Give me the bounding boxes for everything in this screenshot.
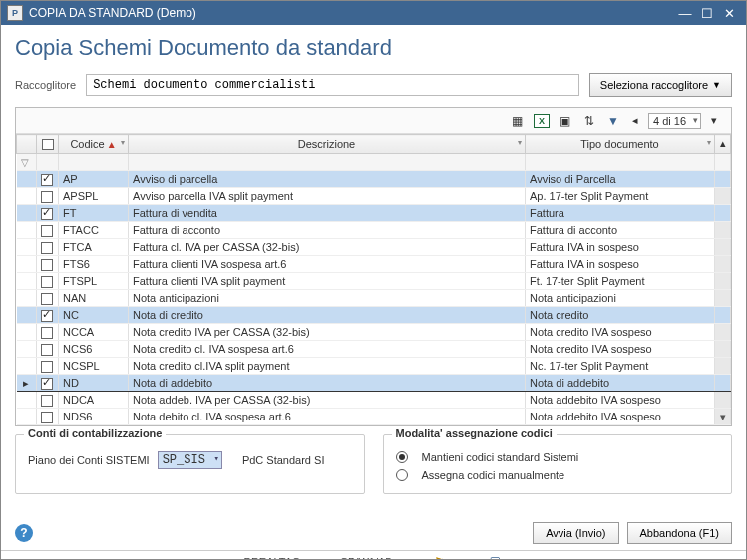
grid-columns-icon[interactable]: ▦ <box>509 112 527 130</box>
table-row[interactable]: FTFattura di venditaFattura <box>17 205 731 222</box>
status-flag-icon[interactable]: ⚑ <box>431 554 447 560</box>
cell-descrizione: Fattura di vendita <box>129 205 526 222</box>
cell-descrizione: Fattura clienti IVA split payment <box>129 273 526 290</box>
row-indicator <box>17 188 37 205</box>
header-selector[interactable] <box>17 135 37 154</box>
chevron-down-icon[interactable]: ▾ <box>707 139 711 147</box>
row-checkbox-cell[interactable] <box>37 324 59 341</box>
row-checkbox-cell[interactable] <box>37 290 59 307</box>
app-icon: P <box>7 5 23 21</box>
chevron-down-icon[interactable]: ▾ <box>121 139 125 147</box>
table-row[interactable]: FTS6Fattura clienti IVA sospesa art.6Fat… <box>17 256 731 273</box>
cell-tipo: Nota credito IVA sospeso <box>526 341 715 358</box>
select-all-checkbox[interactable] <box>42 139 54 150</box>
header-tipo[interactable]: Tipo documento▾ <box>526 135 715 154</box>
row-checkbox-cell[interactable] <box>37 358 59 375</box>
pager-prev-icon[interactable]: ◂ <box>628 114 642 127</box>
row-indicator <box>17 239 37 256</box>
table-row[interactable]: NCSPLNota credito cl.IVA split paymentNc… <box>17 358 731 375</box>
row-checkbox-cell[interactable] <box>37 205 59 222</box>
row-checkbox[interactable] <box>41 208 53 220</box>
row-indicator <box>17 171 37 188</box>
raccoglitore-input[interactable] <box>86 74 579 96</box>
export-excel-icon[interactable]: X <box>533 112 551 130</box>
header-checkbox[interactable] <box>37 135 59 154</box>
radio-mantieni[interactable]: Mantieni codici standard Sistemi <box>396 451 720 463</box>
row-checkbox-cell[interactable] <box>37 222 59 239</box>
row-checkbox-cell[interactable] <box>37 375 59 392</box>
radio-icon <box>396 451 408 463</box>
row-checkbox-cell[interactable] <box>37 239 59 256</box>
select-raccoglitore-button[interactable]: Seleziona raccoglitore ▼ <box>589 73 732 97</box>
cell-codice: NCS6 <box>59 341 129 358</box>
scroll-down-icon[interactable]: ▾ <box>715 409 731 425</box>
chevron-down-icon[interactable]: ▾ <box>518 139 522 147</box>
pager-display[interactable]: 4 di 16 <box>648 113 701 129</box>
status-monitor-icon[interactable]: 🖵 <box>487 554 503 560</box>
row-checkbox-cell[interactable] <box>37 392 59 409</box>
row-checkbox[interactable] <box>41 174 53 186</box>
table-row[interactable]: FTCAFattura cl. IVA per CASSA (32-bis)Fa… <box>17 239 731 256</box>
grid-layout-icon[interactable]: ▣ <box>557 112 574 130</box>
filter-funnel-icon[interactable]: ▽ <box>17 154 37 171</box>
table-row[interactable]: FTSPLFattura clienti IVA split paymentFt… <box>17 273 731 290</box>
row-checkbox[interactable] <box>41 412 53 423</box>
row-indicator <box>17 307 37 324</box>
row-checkbox-cell[interactable] <box>37 171 59 188</box>
row-checkbox-cell[interactable] <box>37 409 59 425</box>
minimize-button[interactable]: — <box>674 4 696 22</box>
cell-descrizione: Nota debito cl. IVA sospesa art.6 <box>129 409 526 425</box>
row-indicator <box>17 409 37 425</box>
table-row[interactable]: NCNota di creditoNota credito <box>17 307 731 324</box>
scroll-up-icon[interactable]: ▴ <box>715 135 731 154</box>
table-row[interactable]: ▸NDNota di addebitoNota di addebito <box>17 375 731 392</box>
row-checkbox-cell[interactable] <box>37 188 59 205</box>
header-codice[interactable]: Codice▲▾ <box>59 135 129 154</box>
close-button[interactable]: ✕ <box>718 4 740 22</box>
pager-next-icon[interactable]: ▾ <box>707 114 721 127</box>
row-checkbox[interactable] <box>41 310 53 322</box>
row-checkbox-cell[interactable] <box>37 256 59 273</box>
table-row[interactable]: NDS6Nota debito cl. IVA sospesa art.6Not… <box>17 409 731 425</box>
row-checkbox[interactable] <box>41 344 53 356</box>
table-row[interactable]: NANNota anticipazioniNota anticipazioni <box>17 290 731 307</box>
row-indicator <box>17 358 37 375</box>
avvia-button[interactable]: Avvia (Invio) <box>533 522 618 544</box>
row-checkbox[interactable] <box>41 378 53 390</box>
row-checkbox[interactable] <box>41 327 53 339</box>
table-row[interactable]: APSPLAvviso parcella IVA split paymentAp… <box>17 188 731 205</box>
row-checkbox[interactable] <box>41 361 53 373</box>
cell-codice: NCCA <box>59 324 129 341</box>
table-row[interactable]: FTACCFattura di accontoFattura di accont… <box>17 222 731 239</box>
header-descrizione[interactable]: Descrizione▾ <box>129 135 526 154</box>
table-row[interactable]: NCS6Nota credito cl. IVA sospesa art.6No… <box>17 341 731 358</box>
row-checkbox[interactable] <box>41 242 53 254</box>
conti-legend: Conti di contabilizzazione <box>24 427 166 439</box>
table-row[interactable]: NCCANota credito IVA per CASSA (32-bis)N… <box>17 324 731 341</box>
row-checkbox[interactable] <box>41 259 53 271</box>
grid-sort-icon[interactable]: ⇅ <box>580 112 598 130</box>
row-checkbox[interactable] <box>41 276 53 288</box>
radio-assegna[interactable]: Assegna codici manualmente <box>396 469 720 481</box>
row-checkbox-cell[interactable] <box>37 307 59 324</box>
piano-conti-combo[interactable]: SP_SIS <box>158 451 222 469</box>
window-title: COPIA DA STANDARD (Demo) <box>29 6 674 20</box>
cell-codice: FT <box>59 205 129 222</box>
table-row[interactable]: NDCANota addeb. IVA per CASSA (32-bis)No… <box>17 392 731 409</box>
maximize-button[interactable]: ☐ <box>696 4 718 22</box>
help-icon[interactable]: ? <box>15 524 33 542</box>
piano-conti-label: Piano dei Conti SISTEMI <box>28 454 150 466</box>
grid-filter-row: ▽ <box>17 154 731 171</box>
row-checkbox-cell[interactable] <box>37 341 59 358</box>
row-checkbox[interactable] <box>41 191 53 203</box>
cell-descrizione: Nota credito IVA per CASSA (32-bis) <box>129 324 526 341</box>
row-checkbox[interactable] <box>41 225 53 237</box>
grid-filter-icon[interactable]: ▼ <box>604 112 622 130</box>
row-checkbox-cell[interactable] <box>37 273 59 290</box>
cell-codice: NDS6 <box>59 409 129 425</box>
row-indicator <box>17 273 37 290</box>
row-checkbox[interactable] <box>41 293 53 305</box>
abbandona-button[interactable]: Abbandona (F1) <box>627 522 733 544</box>
table-row[interactable]: APAvviso di parcellaAvviso di Parcella <box>17 171 731 188</box>
row-checkbox[interactable] <box>41 395 53 407</box>
